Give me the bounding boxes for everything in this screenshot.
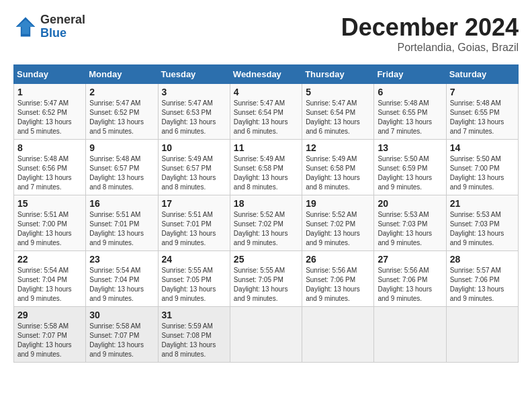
day-info: Sunrise: 5:47 AMSunset: 6:52 PMDaylight:… xyxy=(17,99,82,136)
calendar-cell: 28Sunrise: 5:57 AMSunset: 7:06 PMDayligh… xyxy=(446,251,518,307)
calendar-cell: 6Sunrise: 5:48 AMSunset: 6:55 PMDaylight… xyxy=(374,84,446,140)
calendar-cell xyxy=(302,307,374,363)
day-number: 2 xyxy=(89,87,154,97)
calendar-week-4: 22Sunrise: 5:54 AMSunset: 7:04 PMDayligh… xyxy=(14,251,519,307)
day-number: 3 xyxy=(162,87,226,97)
day-number: 24 xyxy=(162,254,226,265)
day-number: 29 xyxy=(17,310,82,320)
day-number: 14 xyxy=(450,142,515,153)
day-info: Sunrise: 5:55 AMSunset: 7:05 PMDaylight:… xyxy=(234,266,298,304)
calendar-cell xyxy=(446,307,518,363)
logo-icon xyxy=(13,15,38,39)
logo-general: General xyxy=(40,13,85,27)
day-info: Sunrise: 5:52 AMSunset: 7:02 PMDaylight:… xyxy=(306,210,370,248)
page-header: General Blue December 2024 Portelandia, … xyxy=(13,13,519,54)
calendar-cell: 11Sunrise: 5:49 AMSunset: 6:58 PMDayligh… xyxy=(230,140,302,195)
weekday-header-row: SundayMondayTuesdayWednesdayThursdayFrid… xyxy=(14,65,519,84)
calendar-cell: 3Sunrise: 5:47 AMSunset: 6:53 PMDaylight… xyxy=(158,84,230,140)
calendar-cell: 19Sunrise: 5:52 AMSunset: 7:02 PMDayligh… xyxy=(302,195,374,251)
location: Portelandia, Goias, Brazil xyxy=(341,42,519,54)
day-info: Sunrise: 5:49 AMSunset: 6:58 PMDaylight:… xyxy=(306,154,370,192)
day-info: Sunrise: 5:51 AMSunset: 7:01 PMDaylight:… xyxy=(162,210,226,248)
calendar-cell: 18Sunrise: 5:52 AMSunset: 7:02 PMDayligh… xyxy=(230,195,302,251)
calendar-cell: 23Sunrise: 5:54 AMSunset: 7:04 PMDayligh… xyxy=(86,251,158,307)
weekday-header-tuesday: Tuesday xyxy=(158,65,230,84)
day-info: Sunrise: 5:47 AMSunset: 6:53 PMDaylight:… xyxy=(162,99,226,136)
day-info: Sunrise: 5:53 AMSunset: 7:03 PMDaylight:… xyxy=(450,210,515,248)
calendar-cell: 16Sunrise: 5:51 AMSunset: 7:01 PMDayligh… xyxy=(86,195,158,251)
svg-marker-1 xyxy=(17,19,34,34)
calendar-cell: 5Sunrise: 5:47 AMSunset: 6:54 PMDaylight… xyxy=(302,84,374,140)
weekday-header-friday: Friday xyxy=(374,65,446,84)
calendar-cell: 1Sunrise: 5:47 AMSunset: 6:52 PMDaylight… xyxy=(14,84,86,140)
day-number: 5 xyxy=(306,87,370,97)
day-number: 16 xyxy=(89,198,154,209)
day-info: Sunrise: 5:51 AMSunset: 7:01 PMDaylight:… xyxy=(89,210,154,248)
calendar-cell xyxy=(230,307,302,363)
day-info: Sunrise: 5:57 AMSunset: 7:06 PMDaylight:… xyxy=(450,266,515,304)
calendar-cell: 25Sunrise: 5:55 AMSunset: 7:05 PMDayligh… xyxy=(230,251,302,307)
calendar-cell: 9Sunrise: 5:48 AMSunset: 6:57 PMDaylight… xyxy=(86,140,158,195)
calendar-cell: 8Sunrise: 5:48 AMSunset: 6:56 PMDaylight… xyxy=(14,140,86,195)
day-info: Sunrise: 5:47 AMSunset: 6:52 PMDaylight:… xyxy=(89,99,154,136)
calendar-cell: 17Sunrise: 5:51 AMSunset: 7:01 PMDayligh… xyxy=(158,195,230,251)
day-number: 30 xyxy=(89,310,154,320)
day-number: 13 xyxy=(378,142,442,153)
calendar-cell: 13Sunrise: 5:50 AMSunset: 6:59 PMDayligh… xyxy=(374,140,446,195)
day-number: 31 xyxy=(162,310,226,320)
day-info: Sunrise: 5:56 AMSunset: 7:06 PMDaylight:… xyxy=(306,266,370,304)
day-number: 22 xyxy=(17,254,82,265)
day-number: 10 xyxy=(162,142,226,153)
weekday-header-sunday: Sunday xyxy=(14,65,86,84)
day-number: 27 xyxy=(378,254,442,265)
calendar-cell xyxy=(374,307,446,363)
calendar-cell: 27Sunrise: 5:56 AMSunset: 7:06 PMDayligh… xyxy=(374,251,446,307)
day-number: 4 xyxy=(234,87,298,97)
day-number: 7 xyxy=(450,87,515,97)
weekday-header-monday: Monday xyxy=(86,65,158,84)
calendar-cell: 21Sunrise: 5:53 AMSunset: 7:03 PMDayligh… xyxy=(446,195,518,251)
day-number: 25 xyxy=(234,254,298,265)
weekday-header-wednesday: Wednesday xyxy=(230,65,302,84)
day-info: Sunrise: 5:49 AMSunset: 6:58 PMDaylight:… xyxy=(234,154,298,192)
day-info: Sunrise: 5:47 AMSunset: 6:54 PMDaylight:… xyxy=(306,99,370,136)
calendar-cell: 30Sunrise: 5:58 AMSunset: 7:07 PMDayligh… xyxy=(86,307,158,363)
day-info: Sunrise: 5:54 AMSunset: 7:04 PMDaylight:… xyxy=(17,266,82,304)
calendar-cell: 29Sunrise: 5:58 AMSunset: 7:07 PMDayligh… xyxy=(14,307,86,363)
day-number: 12 xyxy=(306,142,370,153)
weekday-header-saturday: Saturday xyxy=(446,65,518,84)
calendar-cell: 31Sunrise: 5:59 AMSunset: 7:08 PMDayligh… xyxy=(158,307,230,363)
day-number: 26 xyxy=(306,254,370,265)
day-number: 20 xyxy=(378,198,442,209)
day-number: 18 xyxy=(234,198,298,209)
day-info: Sunrise: 5:53 AMSunset: 7:03 PMDaylight:… xyxy=(378,210,442,248)
calendar-week-3: 15Sunrise: 5:51 AMSunset: 7:00 PMDayligh… xyxy=(14,195,519,251)
calendar-cell: 15Sunrise: 5:51 AMSunset: 7:00 PMDayligh… xyxy=(14,195,86,251)
day-number: 1 xyxy=(17,87,82,97)
title-block: December 2024 Portelandia, Goias, Brazil xyxy=(341,13,519,54)
day-info: Sunrise: 5:51 AMSunset: 7:00 PMDaylight:… xyxy=(17,210,82,248)
day-number: 28 xyxy=(450,254,515,265)
day-number: 17 xyxy=(162,198,226,209)
day-info: Sunrise: 5:47 AMSunset: 6:54 PMDaylight:… xyxy=(234,99,298,136)
day-number: 21 xyxy=(450,198,515,209)
calendar-cell: 14Sunrise: 5:50 AMSunset: 7:00 PMDayligh… xyxy=(446,140,518,195)
calendar-table: SundayMondayTuesdayWednesdayThursdayFrid… xyxy=(13,64,519,363)
day-info: Sunrise: 5:50 AMSunset: 7:00 PMDaylight:… xyxy=(450,154,515,192)
day-info: Sunrise: 5:49 AMSunset: 6:57 PMDaylight:… xyxy=(162,154,226,192)
day-number: 6 xyxy=(378,87,442,97)
calendar-week-5: 29Sunrise: 5:58 AMSunset: 7:07 PMDayligh… xyxy=(14,307,519,363)
calendar-cell: 20Sunrise: 5:53 AMSunset: 7:03 PMDayligh… xyxy=(374,195,446,251)
logo-blue: Blue xyxy=(40,27,85,40)
day-info: Sunrise: 5:59 AMSunset: 7:08 PMDaylight:… xyxy=(162,322,226,359)
calendar-cell: 2Sunrise: 5:47 AMSunset: 6:52 PMDaylight… xyxy=(86,84,158,140)
day-info: Sunrise: 5:54 AMSunset: 7:04 PMDaylight:… xyxy=(89,266,154,304)
day-info: Sunrise: 5:48 AMSunset: 6:56 PMDaylight:… xyxy=(17,154,82,192)
day-info: Sunrise: 5:48 AMSunset: 6:55 PMDaylight:… xyxy=(450,99,515,136)
calendar-week-1: 1Sunrise: 5:47 AMSunset: 6:52 PMDaylight… xyxy=(14,84,519,140)
calendar-cell: 7Sunrise: 5:48 AMSunset: 6:55 PMDaylight… xyxy=(446,84,518,140)
day-info: Sunrise: 5:55 AMSunset: 7:05 PMDaylight:… xyxy=(162,266,226,304)
day-info: Sunrise: 5:50 AMSunset: 6:59 PMDaylight:… xyxy=(378,154,442,192)
calendar-cell: 26Sunrise: 5:56 AMSunset: 7:06 PMDayligh… xyxy=(302,251,374,307)
day-info: Sunrise: 5:58 AMSunset: 7:07 PMDaylight:… xyxy=(89,322,154,359)
